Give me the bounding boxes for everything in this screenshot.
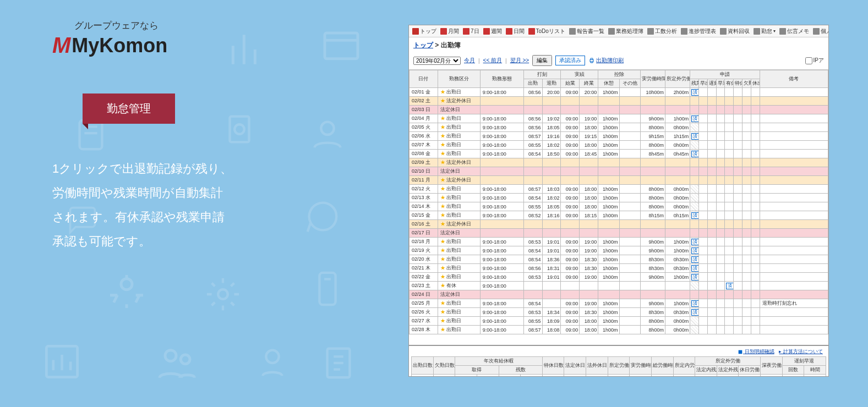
table-row[interactable]: 02/09 土★ 法定外休日 xyxy=(410,158,828,167)
star-icon: ★ xyxy=(440,133,445,139)
approved-chip[interactable]: 済 xyxy=(691,212,698,219)
star-icon: ★ xyxy=(440,160,445,165)
table-row[interactable]: 02/28 木★ 出勤日9:00-18:0008:5718:0809:0018:… xyxy=(410,326,828,334)
table-row[interactable]: 02/19 火★ 出勤日9:00-18:0008:5419:0109:0019:… xyxy=(410,246,828,255)
brand-logo: MMyKomon xyxy=(52,33,339,58)
table-row[interactable]: 02/11 月★ 法定外休日 xyxy=(410,176,828,185)
table-row[interactable]: 02/12 火★ 出勤日9:00-18:0008:5718:0309:0018:… xyxy=(410,185,828,194)
approved-chip[interactable]: 済 xyxy=(691,133,698,140)
star-icon: ★ xyxy=(440,195,445,200)
table-row[interactable]: 02/16 土★ 法定外休日 xyxy=(410,220,828,229)
table-row[interactable]: 02/13 水★ 出勤日9:00-18:0008:5418:0209:0018:… xyxy=(410,194,828,202)
table-row[interactable]: 02/25 月★ 出勤日9:00-18:0008:5409:0019:001h0… xyxy=(410,299,828,308)
toolbar-item[interactable]: 個人ツール▾ xyxy=(811,27,829,36)
table-row[interactable]: 02/26 火★ 出勤日9:00-18:0008:5318:3409:0018:… xyxy=(410,308,828,317)
prev-month-link[interactable]: << 前月 xyxy=(483,57,502,64)
toolbar-icon xyxy=(779,28,786,35)
table-row[interactable]: 02/27 水★ 出勤日9:00-18:0008:5518:0909:0018:… xyxy=(410,317,828,326)
svg-rect-13 xyxy=(590,60,593,62)
star-icon: ★ xyxy=(440,151,445,156)
svg-rect-7 xyxy=(319,273,335,305)
toolbar-item[interactable]: 工数分析 xyxy=(646,27,679,36)
toolbar-item[interactable]: 報告書一覧 xyxy=(567,27,606,36)
month-select[interactable]: 2019年02月分 xyxy=(413,57,461,65)
table-row[interactable]: 02/05 火★ 出勤日9:00-18:0008:5618:0509:0018:… xyxy=(410,123,828,132)
toolbar-item[interactable]: トップ xyxy=(411,27,438,36)
table-row[interactable]: 02/03 日法定休日 xyxy=(410,106,828,114)
approved-chip[interactable]: 済 xyxy=(691,256,698,263)
table-row[interactable]: 02/22 金★ 出勤日9:00-18:0008:5319:0109:0019:… xyxy=(410,273,828,282)
brand-tagline: グループウェアなら xyxy=(74,19,339,32)
approved-chip[interactable]: 済 xyxy=(691,309,698,316)
table-row[interactable]: 02/23 土★ 有休9:00-18:00済 xyxy=(410,282,828,290)
approved-chip[interactable]: 済 xyxy=(691,248,698,254)
toolbar-item[interactable]: 進捗管理表 xyxy=(679,27,718,36)
toolbar-item[interactable]: 週間 xyxy=(482,27,504,36)
star-icon: ★ xyxy=(440,142,445,147)
toolbar-item[interactable]: 伝言メモ xyxy=(778,27,811,36)
approved-chip[interactable]: 済 xyxy=(691,274,698,280)
summary-table: 出勤日数 欠勤日数 年次有給休暇 特休日数 法定休日 法外休日 所定労働 実労働… xyxy=(411,356,826,377)
table-row[interactable]: 02/17 日法定休日 xyxy=(410,229,828,238)
approved-chip[interactable]: 済 xyxy=(691,300,698,307)
ip-checkbox[interactable]: IPア xyxy=(805,57,824,64)
toolbar-icon xyxy=(528,28,535,35)
attendance-table-wrap: 日付 勤務区分 勤務形態 打刻 実績 控除 実労働時間 所定外労働 申請 備考 … xyxy=(409,70,828,345)
toolbar-icon xyxy=(412,28,419,35)
table-row[interactable]: 02/02 土★ 法定外休日 xyxy=(410,97,828,106)
star-icon: ★ xyxy=(440,116,445,121)
toolbar-icon xyxy=(754,28,760,35)
table-row[interactable]: 02/15 金★ 出勤日9:00-18:0008:5218:1609:0018:… xyxy=(410,211,828,220)
this-month-link[interactable]: 今月 xyxy=(464,57,475,64)
svg-point-6 xyxy=(218,289,228,299)
toolbar-item[interactable]: 月間 xyxy=(439,27,461,36)
table-row[interactable]: 02/14 木★ 出勤日9:00-18:0008:5518:0509:0018:… xyxy=(410,202,828,211)
star-icon: ★ xyxy=(440,204,445,209)
svg-rect-14 xyxy=(739,350,743,354)
toolbar-icon xyxy=(463,28,470,35)
calc-method-link[interactable]: ▸ 計算方法について xyxy=(779,349,823,354)
next-month-link[interactable]: 翌月 >> xyxy=(510,57,529,64)
star-icon: ★ xyxy=(440,89,445,95)
svg-rect-12 xyxy=(327,349,350,378)
toolbar-icon xyxy=(483,28,490,35)
approved-chip[interactable]: 済 xyxy=(691,239,698,245)
table-row[interactable]: 02/21 木★ 出勤日9:00-18:0008:5618:3109:0018:… xyxy=(410,264,828,273)
toolbar-icon xyxy=(440,28,447,35)
breadcrumb-page: 出勤簿 xyxy=(441,41,461,49)
summary-section: 日別明細確認 ▸ 計算方法について 出勤日数 欠勤日数 年次有給休暇 特休日数 … xyxy=(409,345,828,377)
star-icon: ★ xyxy=(440,274,445,279)
marketing-panel: グループウェアなら MMyKomon 勤怠管理 1クリックで出退勤記録が残り、労… xyxy=(52,19,339,254)
toolbar-item[interactable]: 7日 xyxy=(461,27,481,36)
approved-button[interactable]: 承認済み xyxy=(555,56,585,65)
toolbar-icon xyxy=(813,28,820,35)
toolbar-item[interactable]: ToDoリスト xyxy=(527,27,567,36)
table-row[interactable]: 02/07 木★ 出勤日9:00-18:0008:5518:0209:0018:… xyxy=(410,141,828,150)
table-row[interactable]: 02/06 水★ 出勤日9:00-18:0008:5719:1609:0019:… xyxy=(410,132,828,141)
approved-chip[interactable]: 済 xyxy=(691,89,698,96)
table-row[interactable]: 02/18 月★ 出勤日9:00-18:0008:5319:0109:0019:… xyxy=(410,238,828,246)
print-link[interactable]: 出勤簿印刷 xyxy=(588,57,624,64)
approved-chip[interactable]: 済 xyxy=(726,283,733,289)
approved-chip[interactable]: 済 xyxy=(691,265,698,272)
toolbar-item[interactable]: 業務処理簿 xyxy=(607,27,645,36)
breadcrumb-root[interactable]: トップ xyxy=(413,41,433,49)
star-icon: ★ xyxy=(440,300,445,306)
approved-chip[interactable]: 済 xyxy=(691,116,698,122)
table-row[interactable]: 02/01 金★ 出勤日9:00-18:0008:5620:0009:0020:… xyxy=(410,88,828,97)
table-row[interactable]: 02/20 水★ 出勤日9:00-18:0008:5418:3609:0018:… xyxy=(410,255,828,264)
edit-button[interactable]: 編集 xyxy=(532,55,552,66)
table-row[interactable]: 02/08 金★ 出勤日9:00-18:0008:5418:5009:0018:… xyxy=(410,150,828,158)
star-icon: ★ xyxy=(440,283,445,288)
svg-point-10 xyxy=(181,355,190,364)
toolbar-item[interactable]: 勤怠▾ xyxy=(752,27,777,36)
table-row[interactable]: 02/10 日法定休日 xyxy=(410,167,828,176)
approved-chip[interactable]: 済 xyxy=(691,151,698,157)
table-row[interactable]: 02/04 月★ 出勤日9:00-18:0008:5619:0209:0019:… xyxy=(410,114,828,123)
toolbar-item[interactable]: 資料回収 xyxy=(718,27,751,36)
star-icon: ★ xyxy=(440,265,445,271)
star-icon: ★ xyxy=(440,239,445,244)
table-row[interactable]: 02/24 日法定休日 xyxy=(410,290,828,299)
daily-detail-link[interactable]: 日別明細確認 xyxy=(738,349,774,354)
toolbar-item[interactable]: 日間 xyxy=(504,27,526,36)
